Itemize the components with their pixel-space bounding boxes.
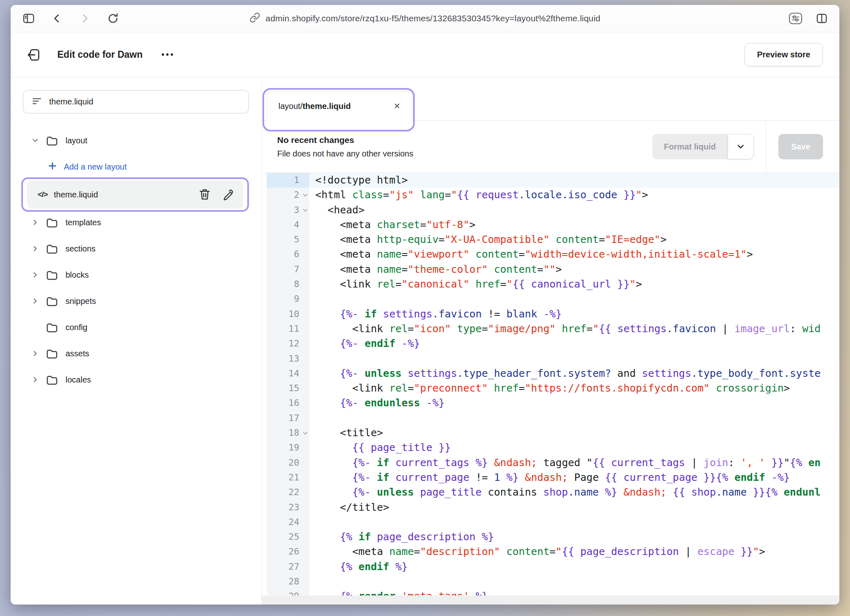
file-search-box[interactable] bbox=[23, 90, 249, 113]
editor-main: layout/theme.liquid ✕ No recent changes … bbox=[262, 77, 839, 605]
code-line[interactable]: 19 {{ page_title }} bbox=[267, 440, 839, 455]
preview-store-button[interactable]: Preview store bbox=[744, 43, 823, 66]
sidebar-item-templates[interactable]: templates bbox=[23, 209, 249, 236]
link-icon bbox=[250, 12, 260, 25]
line-number[interactable]: 27 bbox=[267, 559, 309, 574]
code-line[interactable]: 16 {%- endunless -%} bbox=[267, 396, 839, 410]
code-line[interactable]: 17 bbox=[267, 411, 839, 426]
code-line[interactable]: 29 {% render 'meta-tags' %} bbox=[267, 589, 839, 596]
line-number[interactable]: 12 bbox=[267, 336, 309, 351]
code-line[interactable]: 2<html class="js" lang="{{ request.local… bbox=[267, 188, 839, 202]
code-line[interactable]: 5 <meta http-equiv="X-UA-Compatible" con… bbox=[267, 232, 839, 247]
split-view-icon[interactable] bbox=[816, 12, 828, 25]
folder-icon bbox=[46, 374, 58, 385]
back-icon[interactable] bbox=[51, 12, 63, 25]
line-number[interactable]: 17 bbox=[267, 411, 309, 426]
code-line[interactable]: 22 {%- unless page_title contains shop.n… bbox=[267, 485, 839, 500]
code-line[interactable]: 1<!doctype html> bbox=[267, 173, 839, 188]
sidebar-item-theme-liquid[interactable]: </>theme.liquid bbox=[27, 181, 243, 208]
line-number[interactable]: 4 bbox=[267, 217, 309, 232]
toolbar-divider bbox=[766, 121, 766, 172]
code-line[interactable]: 10 {%- if settings.favicon != blank -%} bbox=[267, 307, 839, 322]
line-number[interactable]: 8 bbox=[267, 277, 309, 292]
code-line[interactable]: 21 {%- if current_page != 1 %} &ndash; P… bbox=[267, 470, 839, 485]
line-number[interactable]: 21 bbox=[267, 470, 309, 485]
code-line[interactable]: 20 {%- if current_tags %} &ndash; tagged… bbox=[267, 455, 839, 470]
code-line[interactable]: 13 bbox=[267, 351, 839, 366]
code-editor[interactable]: 1<!doctype html>2<html class="js" lang="… bbox=[267, 173, 839, 596]
add-new-layout-link[interactable]: Add a new layout bbox=[23, 154, 249, 180]
exit-editor-icon[interactable] bbox=[27, 48, 42, 62]
code-line[interactable]: 18 <title> bbox=[267, 426, 839, 440]
line-number[interactable]: 1 bbox=[267, 173, 309, 188]
sidebar-item-layout[interactable]: layout bbox=[23, 127, 249, 154]
folder-label: blocks bbox=[66, 270, 89, 280]
line-number[interactable]: 3 bbox=[267, 203, 309, 217]
line-number[interactable]: 2 bbox=[267, 188, 309, 202]
code-line[interactable]: 9 bbox=[267, 292, 839, 306]
format-liquid-dropdown[interactable] bbox=[728, 134, 754, 159]
code-line[interactable]: 26 <meta name="description" content="{{ … bbox=[267, 544, 839, 559]
fold-chevron-icon[interactable] bbox=[303, 192, 307, 197]
reload-icon[interactable] bbox=[106, 12, 120, 25]
sidebar-item-locales[interactable]: locales bbox=[23, 367, 249, 393]
sidebar-item-assets[interactable]: assets bbox=[23, 340, 249, 367]
line-number[interactable]: 26 bbox=[267, 544, 309, 559]
line-number[interactable]: 9 bbox=[267, 292, 309, 306]
forward-icon[interactable] bbox=[79, 12, 91, 25]
code-line[interactable]: 14 {%- unless settings.type_header_font.… bbox=[267, 366, 839, 381]
sidebar-item-snippets[interactable]: snippets bbox=[23, 288, 249, 314]
code-line[interactable]: 23 </title> bbox=[267, 500, 839, 515]
code-line[interactable]: 6 <meta name="viewport" content="width=d… bbox=[267, 247, 839, 262]
format-liquid-button[interactable]: Format liquid bbox=[652, 134, 754, 159]
line-number[interactable]: 22 bbox=[267, 485, 309, 500]
line-number[interactable]: 14 bbox=[267, 366, 309, 381]
code-line[interactable]: 27 {% endif %} bbox=[267, 559, 839, 574]
line-number[interactable]: 19 bbox=[267, 440, 309, 455]
more-actions-button[interactable]: ••• bbox=[161, 50, 175, 59]
code-line[interactable]: 11 <link rel="icon" type="image/png" hre… bbox=[267, 322, 839, 336]
search-input[interactable] bbox=[49, 97, 240, 106]
sidebar-item-config[interactable]: config bbox=[23, 314, 249, 340]
line-number[interactable]: 18 bbox=[267, 426, 309, 440]
code-line[interactable]: 7 <meta name="theme-color" content=""> bbox=[267, 262, 839, 277]
line-number[interactable]: 7 bbox=[267, 262, 309, 277]
line-number[interactable]: 11 bbox=[267, 322, 309, 336]
fold-chevron-icon[interactable] bbox=[303, 207, 307, 212]
code-line[interactable]: 25 {% if page_description %} bbox=[267, 530, 839, 544]
code-line[interactable]: 3 <head> bbox=[267, 203, 839, 217]
line-number[interactable]: 16 bbox=[267, 396, 309, 410]
line-number[interactable]: 29 bbox=[267, 589, 309, 596]
line-number[interactable]: 23 bbox=[267, 500, 309, 515]
code-line[interactable]: 28 bbox=[267, 574, 839, 589]
save-button[interactable]: Save bbox=[778, 134, 823, 159]
code-line[interactable]: 4 <meta charset="utf-8"> bbox=[267, 217, 839, 232]
rename-file-button[interactable] bbox=[222, 188, 234, 201]
code-line[interactable]: 15 <link rel="preconnect" href="https://… bbox=[267, 381, 839, 396]
code-text: <link rel="preconnect" href="https://fon… bbox=[309, 381, 839, 396]
editor-bottom-strip bbox=[262, 596, 839, 605]
address-bar[interactable]: admin.shopify.com/store/rzq1xu-f5/themes… bbox=[250, 12, 601, 25]
line-number[interactable]: 25 bbox=[267, 530, 309, 544]
line-number[interactable]: 5 bbox=[267, 232, 309, 247]
line-number[interactable]: 24 bbox=[267, 515, 309, 530]
folder-icon bbox=[46, 243, 58, 254]
code-line[interactable]: 8 <link rel="canonical" href="{{ canonic… bbox=[267, 277, 839, 292]
line-number[interactable]: 10 bbox=[267, 307, 309, 322]
close-icon[interactable]: ✕ bbox=[393, 102, 400, 110]
line-number[interactable]: 28 bbox=[267, 574, 309, 589]
line-number[interactable]: 20 bbox=[267, 455, 309, 470]
line-number[interactable]: 6 bbox=[267, 247, 309, 262]
code-line[interactable]: 12 {%- endif -%} bbox=[267, 336, 839, 351]
line-number[interactable]: 13 bbox=[267, 351, 309, 366]
delete-file-button[interactable] bbox=[199, 188, 211, 201]
sidebar-toggle-icon[interactable] bbox=[22, 12, 35, 25]
code-line[interactable]: 24 bbox=[267, 515, 839, 530]
sidebar-item-blocks[interactable]: blocks bbox=[23, 262, 249, 288]
fold-chevron-icon[interactable] bbox=[303, 430, 307, 435]
sidebar-item-sections[interactable]: sections bbox=[23, 236, 249, 262]
line-number[interactable]: 15 bbox=[267, 381, 309, 396]
reader-settings-icon[interactable] bbox=[789, 12, 803, 25]
format-liquid-label[interactable]: Format liquid bbox=[652, 134, 728, 159]
tab-theme-liquid[interactable]: layout/theme.liquid ✕ bbox=[267, 91, 412, 121]
